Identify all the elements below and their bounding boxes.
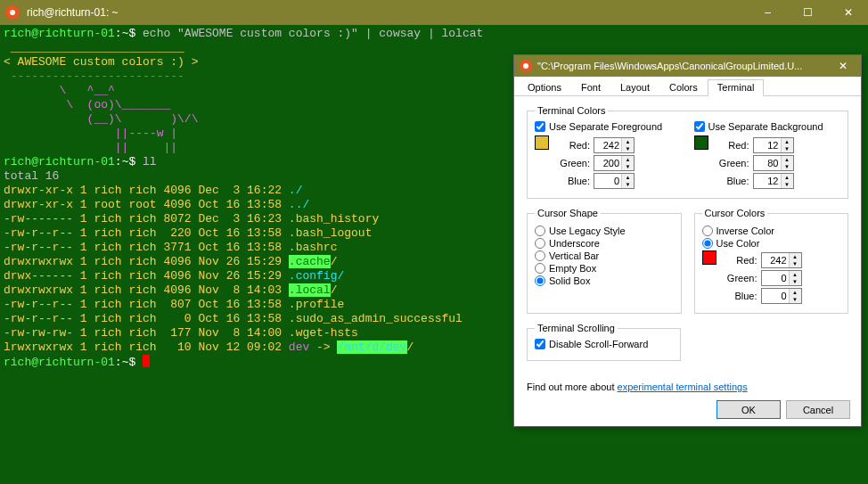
terminal-scrolling-group: Terminal Scrolling Disable Scroll-Forwar… [527,323,681,361]
down-arrow-icon[interactable]: ▼ [782,145,793,152]
fg-red-input[interactable] [594,138,621,152]
cursor-color-radio[interactable] [702,238,713,249]
cursor-shape-radio[interactable] [535,275,545,286]
cursor-blue-input[interactable] [762,289,789,303]
bg-swatch [694,135,708,150]
up-arrow-icon[interactable]: ▲ [782,174,793,181]
dialog-close-button[interactable]: ✕ [825,60,861,72]
findout-text: Find out more about experimental termina… [527,381,748,392]
bg-red-input[interactable] [754,138,781,152]
disable-scroll-forward-checkbox[interactable] [535,339,545,349]
window-title: rich@richturn-01: ~ [27,6,748,19]
fg-swatch [535,135,549,150]
use-separate-bg-checkbox[interactable] [694,121,705,132]
fg-color-column: Use Separate Foreground Red:▲▼ Green:▲▼ … [535,121,682,191]
fg-green-input[interactable] [594,156,621,170]
cursor-red-input[interactable] [762,253,789,267]
maximize-button[interactable]: ☐ [788,0,828,25]
terminal-tab-pane: Terminal Colors Use Separate Foreground … [514,96,861,379]
up-arrow-icon[interactable]: ▲ [782,138,793,145]
bg-green-input[interactable] [754,156,781,170]
down-arrow-icon[interactable]: ▼ [622,145,634,152]
cursor-shape-radio[interactable] [535,263,545,274]
down-arrow-icon[interactable]: ▼ [622,181,634,188]
cursor-shape-radio[interactable] [535,238,545,249]
properties-dialog: "C:\Program Files\WindowsApps\CanonicalG… [513,54,862,427]
up-arrow-icon[interactable]: ▲ [622,138,634,145]
cursor-swatch [702,250,717,265]
cancel-button[interactable]: Cancel [786,400,850,419]
window-titlebar: rich@richturn-01: ~ – ☐ ✕ [0,0,868,25]
fg-blue-input[interactable] [594,174,621,188]
tab-layout[interactable]: Layout [610,79,659,96]
cursor-green-input[interactable] [762,271,789,285]
bg-color-column: Use Separate Background Red:▲▼ Green:▲▼ … [694,121,841,191]
cursor-shape-radio[interactable] [535,226,545,236]
terminal-colors-group: Terminal Colors Use Separate Foreground … [527,105,848,199]
ok-button[interactable]: OK [717,400,781,419]
ubuntu-icon [520,60,532,72]
tab-colors[interactable]: Colors [659,79,708,96]
minimize-button[interactable]: – [748,0,788,25]
close-button[interactable]: ✕ [828,0,868,25]
down-arrow-icon[interactable]: ▼ [622,163,634,170]
down-arrow-icon[interactable]: ▼ [782,163,793,170]
tab-options[interactable]: Options [518,79,571,96]
cursor-colors-group: Cursor Colors Inverse ColorUse Color Red… [694,208,849,314]
use-separate-fg-checkbox[interactable] [535,121,545,132]
tab-font[interactable]: Font [571,79,610,96]
bg-blue-input[interactable] [754,174,781,188]
ubuntu-icon [5,5,20,20]
cursor-color-radio[interactable] [702,226,713,236]
up-arrow-icon[interactable]: ▲ [622,174,634,181]
cursor-shape-group: Cursor Shape Use Legacy StyleUnderscoreV… [527,208,682,314]
dialog-titlebar: "C:\Program Files\WindowsApps\CanonicalG… [514,55,861,77]
down-arrow-icon[interactable]: ▼ [782,181,793,188]
up-arrow-icon[interactable]: ▲ [622,156,634,163]
dialog-tabs: OptionsFontLayoutColorsTerminal [514,77,861,96]
cursor-shape-radio[interactable] [535,250,545,261]
up-arrow-icon[interactable]: ▲ [782,156,793,163]
tab-terminal[interactable]: Terminal [708,79,765,96]
dialog-title: "C:\Program Files\WindowsApps\CanonicalG… [537,61,825,71]
experimental-settings-link[interactable]: experimental terminal settings [618,381,748,392]
